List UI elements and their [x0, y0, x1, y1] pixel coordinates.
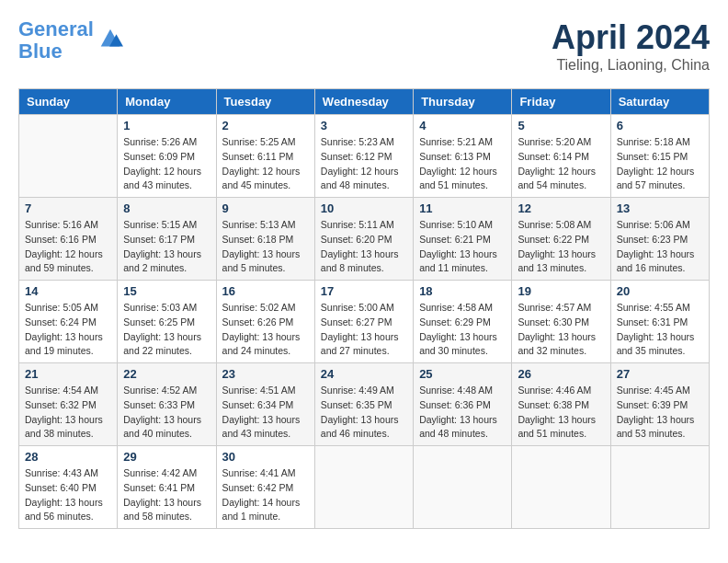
calendar-cell: 24Sunrise: 4:49 AMSunset: 6:35 PMDayligh…: [314, 363, 413, 446]
calendar-body: 1Sunrise: 5:26 AMSunset: 6:09 PMDaylight…: [19, 115, 710, 529]
calendar-cell: 2Sunrise: 5:25 AMSunset: 6:11 PMDaylight…: [216, 115, 314, 198]
day-number: 9: [222, 201, 309, 215]
calendar-cell: 9Sunrise: 5:13 AMSunset: 6:18 PMDaylight…: [216, 198, 314, 281]
day-number: 30: [222, 450, 309, 464]
day-number: 20: [617, 284, 703, 298]
day-info: Sunrise: 4:57 AMSunset: 6:30 PMDaylight:…: [518, 301, 604, 359]
day-number: 19: [518, 284, 604, 298]
day-number: 10: [321, 201, 407, 215]
day-info: Sunrise: 5:08 AMSunset: 6:22 PMDaylight:…: [518, 218, 604, 276]
day-info: Sunrise: 4:41 AMSunset: 6:42 PMDaylight:…: [222, 466, 309, 524]
day-info: Sunrise: 4:43 AMSunset: 6:40 PMDaylight:…: [25, 466, 111, 524]
calendar-week-3: 14Sunrise: 5:05 AMSunset: 6:24 PMDayligh…: [19, 281, 710, 363]
calendar-cell: 6Sunrise: 5:18 AMSunset: 6:15 PMDaylight…: [610, 115, 709, 198]
day-number: 12: [518, 201, 604, 215]
calendar-cell: 10Sunrise: 5:11 AMSunset: 6:20 PMDayligh…: [314, 198, 413, 281]
calendar-week-1: 1Sunrise: 5:26 AMSunset: 6:09 PMDaylight…: [19, 115, 710, 198]
calendar-week-2: 7Sunrise: 5:16 AMSunset: 6:16 PMDaylight…: [19, 198, 710, 281]
day-number: 14: [25, 284, 111, 298]
page-header: GeneralBlue April 2024 Tieling, Liaoning…: [18, 18, 710, 74]
day-number: 29: [123, 450, 210, 464]
day-number: 27: [617, 367, 703, 381]
day-info: Sunrise: 5:20 AMSunset: 6:14 PMDaylight:…: [518, 135, 604, 193]
day-number: 8: [123, 201, 210, 215]
calendar-cell: 28Sunrise: 4:43 AMSunset: 6:40 PMDayligh…: [19, 446, 118, 529]
day-number: 7: [25, 201, 111, 215]
day-info: Sunrise: 5:00 AMSunset: 6:27 PMDaylight:…: [321, 301, 407, 359]
calendar-cell: 5Sunrise: 5:20 AMSunset: 6:14 PMDaylight…: [512, 115, 610, 198]
day-info: Sunrise: 5:03 AMSunset: 6:25 PMDaylight:…: [123, 301, 210, 359]
title-section: April 2024 Tieling, Liaoning, China: [552, 18, 710, 74]
calendar-cell: 29Sunrise: 4:42 AMSunset: 6:41 PMDayligh…: [118, 446, 216, 529]
day-number: 17: [321, 284, 407, 298]
day-info: Sunrise: 5:26 AMSunset: 6:09 PMDaylight:…: [123, 135, 210, 193]
calendar-table: SundayMondayTuesdayWednesdayThursdayFrid…: [18, 88, 710, 529]
day-info: Sunrise: 5:10 AMSunset: 6:21 PMDaylight:…: [419, 218, 506, 276]
day-info: Sunrise: 5:13 AMSunset: 6:18 PMDaylight:…: [222, 218, 309, 276]
calendar-cell: 11Sunrise: 5:10 AMSunset: 6:21 PMDayligh…: [414, 198, 512, 281]
day-info: Sunrise: 5:05 AMSunset: 6:24 PMDaylight:…: [25, 301, 111, 359]
header-thursday: Thursday: [414, 89, 512, 115]
day-number: 1: [123, 119, 210, 132]
day-info: Sunrise: 5:18 AMSunset: 6:15 PMDaylight:…: [617, 135, 703, 193]
location-subtitle: Tieling, Liaoning, China: [552, 57, 710, 74]
header-friday: Friday: [512, 89, 610, 115]
day-info: Sunrise: 4:46 AMSunset: 6:38 PMDaylight:…: [518, 384, 604, 442]
calendar-cell: 17Sunrise: 5:00 AMSunset: 6:27 PMDayligh…: [314, 281, 413, 363]
day-number: 6: [617, 119, 703, 132]
calendar-cell: 22Sunrise: 4:52 AMSunset: 6:33 PMDayligh…: [118, 363, 216, 446]
day-number: 22: [123, 367, 210, 381]
calendar-cell: 15Sunrise: 5:03 AMSunset: 6:25 PMDayligh…: [118, 281, 216, 363]
day-info: Sunrise: 4:48 AMSunset: 6:36 PMDaylight:…: [419, 384, 506, 442]
day-number: 24: [321, 367, 407, 381]
day-info: Sunrise: 5:15 AMSunset: 6:17 PMDaylight:…: [123, 218, 210, 276]
day-info: Sunrise: 5:21 AMSunset: 6:13 PMDaylight:…: [419, 135, 506, 193]
day-info: Sunrise: 4:42 AMSunset: 6:41 PMDaylight:…: [123, 466, 210, 524]
day-info: Sunrise: 4:54 AMSunset: 6:32 PMDaylight:…: [25, 384, 111, 442]
calendar-cell: 25Sunrise: 4:48 AMSunset: 6:36 PMDayligh…: [414, 363, 512, 446]
day-info: Sunrise: 4:49 AMSunset: 6:35 PMDaylight:…: [321, 384, 407, 442]
calendar-cell: 20Sunrise: 4:55 AMSunset: 6:31 PMDayligh…: [610, 281, 709, 363]
calendar-cell: [414, 446, 512, 529]
day-info: Sunrise: 5:23 AMSunset: 6:12 PMDaylight:…: [321, 135, 407, 193]
calendar-week-5: 28Sunrise: 4:43 AMSunset: 6:40 PMDayligh…: [19, 446, 710, 529]
day-info: Sunrise: 4:52 AMSunset: 6:33 PMDaylight:…: [123, 384, 210, 442]
day-number: 21: [25, 367, 111, 381]
calendar-cell: [512, 446, 610, 529]
day-number: 2: [222, 119, 309, 132]
day-number: 11: [419, 201, 506, 215]
month-title: April 2024: [552, 18, 710, 57]
day-number: 18: [419, 284, 506, 298]
calendar-cell: 1Sunrise: 5:26 AMSunset: 6:09 PMDaylight…: [118, 115, 216, 198]
day-info: Sunrise: 4:51 AMSunset: 6:34 PMDaylight:…: [222, 384, 309, 442]
header-saturday: Saturday: [610, 89, 709, 115]
calendar-cell: 13Sunrise: 5:06 AMSunset: 6:23 PMDayligh…: [610, 198, 709, 281]
day-number: 28: [25, 450, 111, 464]
day-number: 16: [222, 284, 309, 298]
day-number: 5: [518, 119, 604, 132]
day-info: Sunrise: 5:02 AMSunset: 6:26 PMDaylight:…: [222, 301, 309, 359]
header-monday: Monday: [118, 89, 216, 115]
day-info: Sunrise: 5:16 AMSunset: 6:16 PMDaylight:…: [25, 218, 111, 276]
day-info: Sunrise: 4:55 AMSunset: 6:31 PMDaylight:…: [617, 301, 703, 359]
day-number: 3: [321, 119, 407, 132]
calendar-cell: 8Sunrise: 5:15 AMSunset: 6:17 PMDaylight…: [118, 198, 216, 281]
day-number: 26: [518, 367, 604, 381]
logo-icon: [97, 26, 123, 52]
calendar-cell: 19Sunrise: 4:57 AMSunset: 6:30 PMDayligh…: [512, 281, 610, 363]
calendar-cell: 14Sunrise: 5:05 AMSunset: 6:24 PMDayligh…: [19, 281, 118, 363]
calendar-cell: [314, 446, 413, 529]
calendar-cell: 30Sunrise: 4:41 AMSunset: 6:42 PMDayligh…: [216, 446, 314, 529]
day-info: Sunrise: 4:58 AMSunset: 6:29 PMDaylight:…: [419, 301, 506, 359]
logo: GeneralBlue: [18, 18, 123, 63]
logo-text: GeneralBlue: [18, 18, 94, 63]
calendar-cell: 4Sunrise: 5:21 AMSunset: 6:13 PMDaylight…: [414, 115, 512, 198]
calendar-cell: 23Sunrise: 4:51 AMSunset: 6:34 PMDayligh…: [216, 363, 314, 446]
calendar-cell: 3Sunrise: 5:23 AMSunset: 6:12 PMDaylight…: [314, 115, 413, 198]
day-number: 15: [123, 284, 210, 298]
day-info: Sunrise: 5:06 AMSunset: 6:23 PMDaylight:…: [617, 218, 703, 276]
calendar-week-4: 21Sunrise: 4:54 AMSunset: 6:32 PMDayligh…: [19, 363, 710, 446]
calendar-cell: 27Sunrise: 4:45 AMSunset: 6:39 PMDayligh…: [610, 363, 709, 446]
calendar-cell: 21Sunrise: 4:54 AMSunset: 6:32 PMDayligh…: [19, 363, 118, 446]
calendar-cell: [610, 446, 709, 529]
